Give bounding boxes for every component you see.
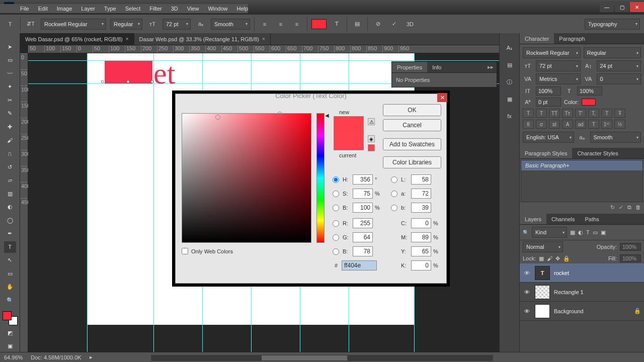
char-size-combo[interactable]: 72 pt (536, 60, 581, 71)
strike-button[interactable]: Ŧ (614, 109, 625, 118)
add-to-swatches-button[interactable]: Add to Swatches (383, 138, 441, 150)
layer-row[interactable]: 👁 Rectangle 1 (520, 283, 644, 302)
bb-radio[interactable] (333, 248, 339, 255)
clear-override-icon[interactable]: ✓ (619, 204, 623, 211)
filter-shape-icon[interactable]: ▭ (593, 229, 598, 236)
stamp-tool-icon[interactable]: ⎍ (4, 148, 16, 159)
layer-thumbnail[interactable] (535, 304, 550, 318)
char-tracking-combo[interactable]: 0 (597, 73, 641, 84)
character-styles-tab[interactable]: Character Styles (572, 148, 623, 158)
g-input[interactable] (353, 232, 373, 242)
scrollbar-thumb[interactable] (262, 355, 347, 360)
font-size-combo[interactable]: 72 pt (163, 19, 191, 30)
ot-ligature-button[interactable]: fi (523, 120, 534, 129)
l-input[interactable] (411, 174, 431, 185)
s-radio[interactable] (333, 191, 339, 197)
char-vscale-input[interactable]: 100% (536, 86, 561, 96)
k-input[interactable] (411, 260, 431, 270)
cube-icon[interactable]: ◈ (368, 135, 375, 142)
faux-italic-button[interactable]: T (536, 109, 547, 118)
menu-edit[interactable]: Edit (38, 6, 48, 12)
status-arrow-icon[interactable]: ▸ (90, 354, 93, 360)
layer-comps-icon[interactable]: ▤ (504, 59, 515, 70)
char-panel-icon[interactable]: ▤ (351, 18, 363, 30)
y-input[interactable] (411, 246, 431, 256)
3d-icon[interactable]: 3D (404, 18, 416, 30)
minimize-button[interactable]: — (600, 2, 614, 12)
ot-contextual-button[interactable]: σ (536, 120, 547, 129)
commit-edit-icon[interactable]: ✓ (388, 18, 400, 30)
collapse-panel-icon[interactable]: ▸▸ (485, 64, 497, 70)
align-right-icon[interactable]: ≡ (291, 18, 303, 30)
lock-all-icon[interactable]: 🔒 (563, 255, 570, 262)
char-leading-combo[interactable]: 24 pt (597, 60, 641, 71)
ok-button[interactable]: OK (383, 104, 441, 116)
menu-select[interactable]: Select (125, 6, 141, 12)
char-font-combo[interactable]: Rockwell Regular (523, 47, 581, 58)
layer-thumbnail[interactable] (535, 285, 550, 299)
gradient-tool-icon[interactable]: ▥ (4, 188, 16, 200)
blur-tool-icon[interactable]: ◐ (4, 201, 16, 213)
type-tool-icon[interactable]: T (4, 18, 16, 30)
lock-position-icon[interactable]: ✥ (555, 255, 560, 262)
text-color-swatch[interactable] (311, 19, 327, 29)
zoom-tool-icon[interactable]: 🔍 (4, 295, 16, 306)
crop-tool-icon[interactable]: ✂ (4, 95, 16, 106)
blab-input[interactable] (411, 203, 431, 213)
channels-tab[interactable]: Channels (546, 214, 580, 224)
fill-input[interactable]: 100% (620, 254, 641, 262)
s-input[interactable] (353, 189, 373, 199)
char-kerning-combo[interactable]: Metrics (536, 73, 581, 84)
subscript-button[interactable]: T, (588, 109, 599, 118)
heal-tool-icon[interactable]: ✚ (4, 121, 16, 133)
layer-name[interactable]: rocket (554, 270, 569, 276)
hex-input[interactable] (342, 260, 377, 270)
only-web-colors-checkbox[interactable]: Only Web Colors (182, 248, 233, 254)
text-bounding-box[interactable] (103, 82, 153, 84)
info-icon[interactable]: ⓘ (504, 76, 515, 87)
underline-button[interactable]: T (601, 109, 612, 118)
layer-row[interactable]: 👁 T rocket (520, 263, 644, 283)
filter-smart-icon[interactable]: ▣ (601, 229, 606, 236)
marquee-tool-icon[interactable]: ▭ (4, 55, 16, 66)
font-style-combo[interactable]: Regular (110, 19, 142, 30)
ot-fractions-button[interactable]: ½ (614, 120, 625, 129)
horizontal-scrollbar[interactable] (151, 355, 493, 361)
properties-tab[interactable]: Properties (392, 62, 427, 72)
color-libraries-button[interactable]: Color Libraries (383, 156, 441, 168)
ot-swash-button[interactable]: A (562, 120, 573, 129)
menu-type[interactable]: Type (104, 6, 116, 12)
layer-list[interactable]: 👁 T rocket 👁 Rectangle 1 👁 Background 🔒 (520, 263, 644, 352)
menu-help[interactable]: Help (237, 6, 249, 12)
hue-slider-handle[interactable]: ◀ (325, 113, 329, 118)
foreground-background-colors[interactable] (3, 311, 18, 325)
eraser-tool-icon[interactable]: ▱ (4, 174, 16, 186)
workspace-combo[interactable]: Typography (585, 19, 640, 30)
wand-tool-icon[interactable]: ✦ (4, 81, 16, 93)
char-color-swatch[interactable] (582, 99, 596, 106)
reset-style-icon[interactable]: ↻ (610, 204, 615, 211)
r-radio[interactable] (333, 220, 339, 227)
visibility-icon[interactable]: 👁 (523, 307, 531, 315)
move-tool-icon[interactable]: ➤ (4, 41, 16, 53)
a-radio[interactable] (391, 191, 397, 197)
layer-row[interactable]: 👁 Background 🔒 (520, 302, 644, 321)
eyedropper-tool-icon[interactable]: ✎ (4, 108, 16, 120)
document-tab[interactable]: Web Dasar.psd @ 65% (rocket, RGB/8)× (20, 33, 134, 45)
swatches-icon[interactable]: ▦ (504, 94, 515, 105)
c-input[interactable] (411, 218, 431, 228)
paragraph-styles-tab[interactable]: Paragraph Styles (520, 148, 572, 158)
layer-filter-combo[interactable]: Kind (532, 227, 567, 238)
text-layer-content[interactable]: et (153, 56, 175, 91)
lock-pixels-icon[interactable]: 🖌 (547, 255, 552, 261)
maximize-button[interactable]: ▢ (615, 2, 629, 12)
layer-name[interactable]: Rectangle 1 (554, 289, 584, 295)
lock-transparency-icon[interactable]: ▦ (539, 255, 544, 262)
filter-adjust-icon[interactable]: ◐ (578, 229, 583, 236)
layers-tab[interactable]: Layers (520, 214, 546, 224)
menu-view[interactable]: View (187, 6, 199, 12)
h-input[interactable] (353, 174, 373, 185)
blab-radio[interactable] (391, 205, 397, 211)
paragraph-styles-list[interactable]: Basic Paragraph+ (521, 160, 643, 202)
ot-ordinals-button[interactable]: 1ˢᵗ (601, 120, 612, 129)
